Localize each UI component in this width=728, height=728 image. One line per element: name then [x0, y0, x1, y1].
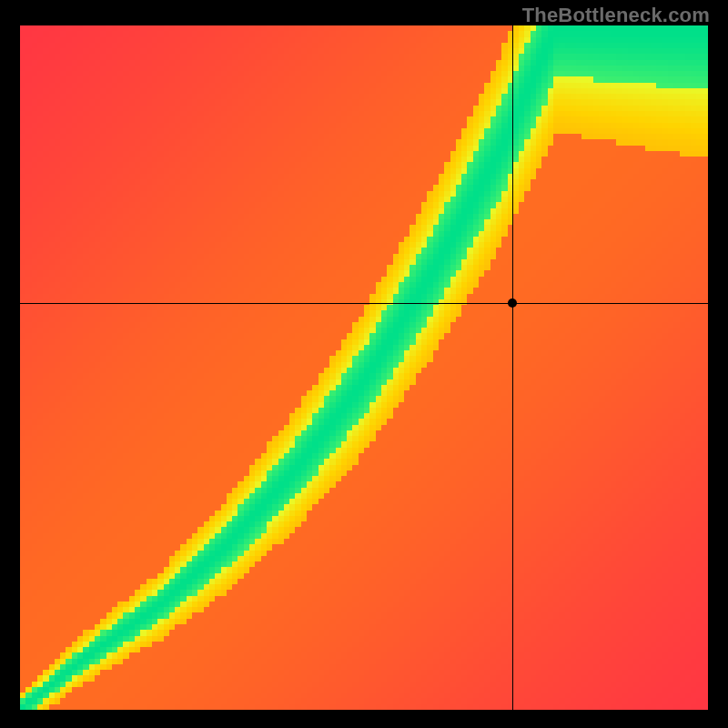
crosshair-horizontal	[20, 303, 708, 304]
heatmap-plot	[20, 25, 708, 710]
crosshair-vertical	[512, 25, 513, 710]
watermark-text: TheBottleneck.com	[522, 4, 710, 27]
chart-frame: TheBottleneck.com	[0, 0, 728, 728]
heatmap-canvas	[20, 25, 708, 710]
marker-dot	[508, 298, 517, 308]
